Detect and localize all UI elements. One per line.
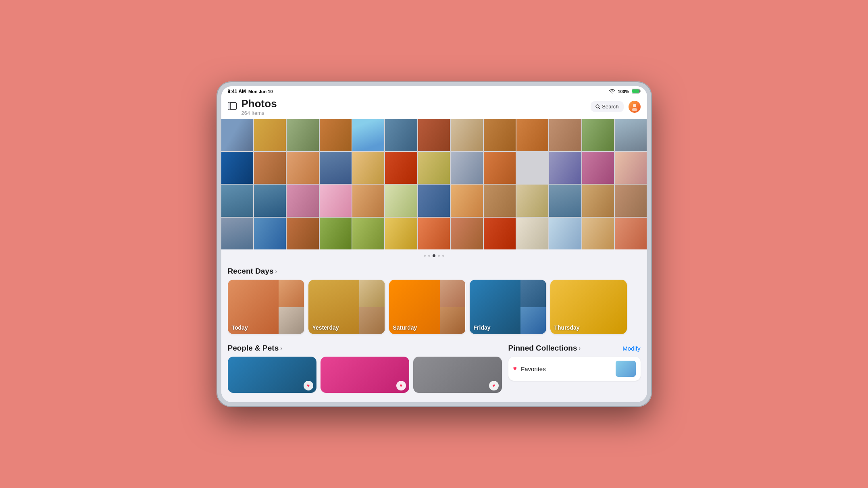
photo-cell[interactable]	[254, 218, 286, 249]
photo-cell[interactable]	[582, 185, 614, 216]
day-card-friday[interactable]: Friday	[470, 280, 546, 334]
photo-cell[interactable]	[320, 119, 352, 151]
search-icon	[595, 104, 600, 109]
page-dot-1[interactable]	[424, 255, 426, 257]
day-card-saturday[interactable]: Saturday	[389, 280, 466, 334]
photo-cell[interactable]	[352, 185, 384, 216]
photo-cell[interactable]	[451, 218, 483, 249]
recent-days-title[interactable]: Recent Days ›	[228, 267, 277, 276]
photo-cell[interactable]	[418, 119, 450, 151]
photo-cell[interactable]	[418, 185, 450, 216]
page-dot-3[interactable]	[433, 254, 435, 257]
ipad-frame: 9:41 AM Mon Jun 10 100%	[216, 81, 652, 407]
svg-point-6	[596, 105, 599, 108]
photo-cell[interactable]	[516, 185, 548, 216]
person-card-2[interactable]: ♥	[321, 357, 409, 393]
photo-cell[interactable]	[484, 119, 516, 151]
status-time: 9:41 AM	[228, 89, 246, 94]
photo-cell[interactable]	[582, 119, 614, 151]
photo-cell[interactable]	[287, 152, 318, 184]
photo-cell[interactable]	[320, 218, 352, 249]
photo-cell[interactable]	[352, 152, 384, 184]
page-dot-5[interactable]	[442, 255, 444, 257]
photo-cell[interactable]	[221, 185, 253, 216]
photo-cell[interactable]	[549, 119, 581, 151]
photo-cell[interactable]	[451, 185, 483, 216]
pinned-thumb-favorites	[616, 361, 636, 377]
photo-cell[interactable]	[287, 185, 318, 216]
favorites-heart-icon: ♥	[513, 365, 517, 372]
pinned-card-favorites[interactable]: ♥ Favorites	[508, 357, 641, 381]
photo-cell[interactable]	[549, 152, 581, 184]
day-card-today[interactable]: Today	[228, 280, 304, 334]
pinned-title[interactable]: Pinned Collections ›	[508, 344, 581, 353]
day-card-thursday[interactable]: Thursday	[550, 280, 627, 334]
photo-cell[interactable]	[615, 152, 647, 184]
photo-cell[interactable]	[549, 185, 581, 216]
page-dot-4[interactable]	[438, 255, 440, 257]
photo-cell[interactable]	[287, 218, 318, 249]
photo-cell[interactable]	[352, 218, 384, 249]
modify-button[interactable]: Modify	[622, 345, 640, 352]
photo-cell[interactable]	[516, 218, 548, 249]
photo-cell[interactable]	[254, 152, 286, 184]
people-title[interactable]: People & Pets ›	[228, 344, 282, 353]
sidebar-toggle[interactable]	[228, 102, 237, 111]
pinned-section: Pinned Collections › Modify ♥ Favorites	[508, 344, 641, 398]
day-label-saturday: Saturday	[393, 324, 417, 331]
photo-cell[interactable]	[516, 119, 548, 151]
photo-cell[interactable]	[582, 152, 614, 184]
heart-icon-1[interactable]: ♥	[304, 381, 313, 390]
photo-cell[interactable]	[615, 185, 647, 216]
photo-cell[interactable]	[320, 152, 352, 184]
recent-days-section: Recent Days › Today	[221, 262, 647, 339]
photo-cell[interactable]	[352, 119, 384, 151]
people-scroll[interactable]: ♥ ♥ ♥	[228, 357, 502, 398]
photo-cell[interactable]	[484, 218, 516, 249]
person-card-3[interactable]: ♥	[413, 357, 502, 393]
photo-cell[interactable]	[221, 218, 253, 249]
photo-cell[interactable]	[549, 218, 581, 249]
status-date: Mon Jun 10	[248, 89, 273, 94]
day-card-yesterday[interactable]: Yesterday	[308, 280, 385, 334]
photo-cell[interactable]	[254, 119, 286, 151]
item-count: 264 Items	[241, 110, 277, 116]
photo-cell[interactable]	[320, 185, 352, 216]
page-dot-2[interactable]	[428, 255, 430, 257]
photo-cell[interactable]	[451, 152, 483, 184]
ipad-screen: 9:41 AM Mon Jun 10 100%	[221, 86, 647, 402]
photo-cell[interactable]	[385, 218, 417, 249]
avatar[interactable]	[629, 101, 641, 113]
photo-cell[interactable]	[254, 185, 286, 216]
svg-rect-2	[632, 89, 639, 93]
photo-cell[interactable]	[287, 119, 318, 151]
photo-cell[interactable]	[615, 218, 647, 249]
photo-grid	[221, 119, 647, 250]
heart-icon-3[interactable]: ♥	[489, 381, 499, 390]
recent-days-chevron: ›	[275, 268, 277, 274]
photo-cell[interactable]	[221, 119, 253, 151]
search-button[interactable]: Search	[591, 101, 623, 112]
heart-icon-2[interactable]: ♥	[396, 381, 406, 390]
photo-cell[interactable]	[451, 119, 483, 151]
day-label-thursday: Thursday	[554, 324, 580, 331]
photo-cell[interactable]	[418, 152, 450, 184]
recent-days-scroll[interactable]: Today Yesterday	[228, 280, 641, 339]
photo-cell[interactable]	[385, 152, 417, 184]
wifi-icon	[609, 89, 615, 94]
scroll-content[interactable]: Recent Days › Today	[221, 262, 647, 402]
photo-cell[interactable]	[484, 152, 516, 184]
photo-cell[interactable]	[385, 185, 417, 216]
photo-cell[interactable]	[385, 119, 417, 151]
photo-cell[interactable]	[582, 218, 614, 249]
app-header: Photos 264 Items Search	[221, 96, 647, 119]
photo-cell[interactable]	[484, 185, 516, 216]
photo-cell[interactable]	[221, 152, 253, 184]
photo-cell[interactable]	[516, 152, 548, 184]
person-card-1[interactable]: ♥	[228, 357, 316, 393]
photo-cell[interactable]	[615, 119, 647, 151]
photo-cell[interactable]	[418, 218, 450, 249]
app-title: Photos	[241, 98, 277, 110]
svg-point-9	[632, 108, 637, 111]
pinned-chevron: ›	[579, 345, 581, 351]
